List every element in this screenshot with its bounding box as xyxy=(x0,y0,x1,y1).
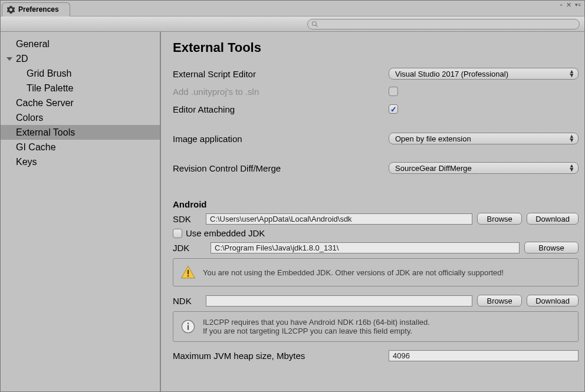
dropdown-value: SourceGear DiffMerge xyxy=(395,164,472,173)
svg-line-1 xyxy=(316,25,318,27)
label-revision-control: Revision Control Diff/Merge xyxy=(173,163,389,173)
updown-icon: ▲▼ xyxy=(569,164,574,172)
dropdown-value: Open by file extension xyxy=(395,134,471,143)
label-editor-attaching: Editor Attaching xyxy=(173,104,389,114)
dropdown-image-application[interactable]: Open by file extension ▲▼ xyxy=(389,133,579,144)
sidebar-item-label: Grid Brush xyxy=(27,66,71,81)
ndk-info-line1: IL2CPP requires that you have Android ND… xyxy=(203,318,430,327)
checkbox-use-embedded-jdk[interactable] xyxy=(173,229,182,238)
download-ndk-button[interactable]: Download xyxy=(527,295,579,307)
input-heap-size[interactable] xyxy=(389,350,579,361)
search-box[interactable] xyxy=(307,19,580,29)
label-sdk: SDK xyxy=(173,214,201,224)
sidebar-item-label: 2D xyxy=(16,51,28,66)
checkbox-add-unityproj xyxy=(389,87,398,96)
window-collapse-icon[interactable]: ▫ xyxy=(560,2,563,8)
row-image-application: Image application Open by file extension… xyxy=(173,131,579,146)
window-tab[interactable]: Preferences xyxy=(2,2,70,17)
input-jdk-path[interactable] xyxy=(211,242,520,253)
sidebar-item-label: Tile Palette xyxy=(27,81,73,95)
jdk-warning-text: You are not using the Embedded JDK. Othe… xyxy=(203,268,504,277)
section-android-heading: Android xyxy=(173,199,579,209)
ndk-info-line2: If you are not targeting IL2CPP you can … xyxy=(203,327,430,335)
browse-sdk-button[interactable]: Browse xyxy=(477,213,522,225)
row-add-unityproj: Add .unityproj's to .sln xyxy=(173,84,579,99)
sidebar-item-colors[interactable]: Colors xyxy=(1,110,160,125)
updown-icon: ▲▼ xyxy=(569,134,574,143)
row-external-script-editor: External Script Editor Visual Studio 201… xyxy=(173,66,579,81)
row-ndk: NDK Browse Download xyxy=(173,295,579,307)
sidebar-item-general[interactable]: General xyxy=(1,37,160,51)
sidebar-item-label: GI Cache xyxy=(16,140,56,154)
label-jdk: JDK xyxy=(173,243,201,253)
sidebar-item-cache-server[interactable]: Cache Server xyxy=(1,95,160,110)
browse-ndk-button[interactable]: Browse xyxy=(477,295,522,307)
row-use-embedded-jdk: Use embedded JDK xyxy=(173,228,579,238)
row-revision-control: Revision Control Diff/Merge SourceGear D… xyxy=(173,160,579,176)
dropdown-value: Visual Studio 2017 (Professional) xyxy=(395,70,508,78)
svg-rect-3 xyxy=(188,275,189,276)
input-sdk-path[interactable] xyxy=(206,213,472,225)
sidebar-item-tile-palette[interactable]: Tile Palette xyxy=(1,81,160,95)
info-icon xyxy=(180,319,196,334)
jdk-warning-box: You are not using the Embedded JDK. Othe… xyxy=(173,258,579,286)
row-sdk: SDK Browse Download xyxy=(173,213,579,225)
sidebar-item-external-tools[interactable]: External Tools xyxy=(1,125,160,140)
sidebar-item-gi-cache[interactable]: GI Cache xyxy=(1,140,160,154)
label-heap-size: Maximum JVM heap size, Mbytes xyxy=(173,351,389,361)
sidebar-item-grid-brush[interactable]: Grid Brush xyxy=(1,66,160,81)
window-controls: ▫ ✕ ▾≡ xyxy=(560,2,581,8)
window-menu-icon[interactable]: ▾≡ xyxy=(575,2,581,8)
gear-icon xyxy=(7,6,15,14)
search-icon xyxy=(311,21,318,28)
page-title: External Tools xyxy=(173,40,579,55)
tab-title: Preferences xyxy=(18,5,59,14)
updown-icon: ▲▼ xyxy=(569,70,574,78)
search-input[interactable] xyxy=(321,21,576,28)
dropdown-external-script-editor[interactable]: Visual Studio 2017 (Professional) ▲▼ xyxy=(389,68,579,80)
label-use-embedded-jdk: Use embedded JDK xyxy=(186,228,265,238)
label-image-application: Image application xyxy=(173,134,389,144)
ndk-info-text: IL2CPP requires that you have Android ND… xyxy=(203,318,430,335)
download-sdk-button[interactable]: Download xyxy=(527,213,579,225)
window-close-icon[interactable]: ✕ xyxy=(566,2,571,8)
label-external-script-editor: External Script Editor xyxy=(173,69,389,79)
warning-icon xyxy=(180,265,196,280)
browse-jdk-button[interactable]: Browse xyxy=(524,242,579,253)
sidebar-item-label: External Tools xyxy=(16,125,75,140)
sidebar-item-keys[interactable]: Keys xyxy=(1,154,160,169)
chevron-down-icon[interactable] xyxy=(6,57,12,61)
main-panel: External Tools External Script Editor Vi… xyxy=(161,32,584,391)
sidebar-item-label: Keys xyxy=(16,154,37,169)
sidebar-item-2d[interactable]: 2D xyxy=(1,51,160,66)
sidebar: General 2D Grid Brush Tile Palette Cache… xyxy=(1,32,161,391)
sidebar-item-label: Cache Server xyxy=(16,95,74,110)
row-editor-attaching: Editor Attaching xyxy=(173,101,579,117)
ndk-info-box: IL2CPP requires that you have Android ND… xyxy=(173,311,579,342)
row-jdk: JDK Browse xyxy=(173,242,579,253)
svg-rect-2 xyxy=(188,270,189,274)
svg-point-0 xyxy=(313,21,317,25)
checkbox-editor-attaching[interactable] xyxy=(389,104,398,114)
toolbar xyxy=(1,17,584,32)
svg-rect-6 xyxy=(188,323,189,324)
label-ndk: NDK xyxy=(173,296,201,306)
sidebar-item-label: Colors xyxy=(16,110,43,125)
row-heap-size: Maximum JVM heap size, Mbytes xyxy=(173,350,579,361)
body: General 2D Grid Brush Tile Palette Cache… xyxy=(1,32,584,391)
label-add-unityproj: Add .unityproj's to .sln xyxy=(173,87,389,97)
preferences-window: Preferences ▫ ✕ ▾≡ General 2D Grid Brush… xyxy=(0,0,585,392)
input-ndk-path[interactable] xyxy=(206,295,472,307)
svg-rect-5 xyxy=(188,325,189,330)
dropdown-revision-control[interactable]: SourceGear DiffMerge ▲▼ xyxy=(389,162,579,174)
titlebar: Preferences ▫ ✕ ▾≡ xyxy=(1,1,584,17)
sidebar-item-label: General xyxy=(16,37,50,51)
